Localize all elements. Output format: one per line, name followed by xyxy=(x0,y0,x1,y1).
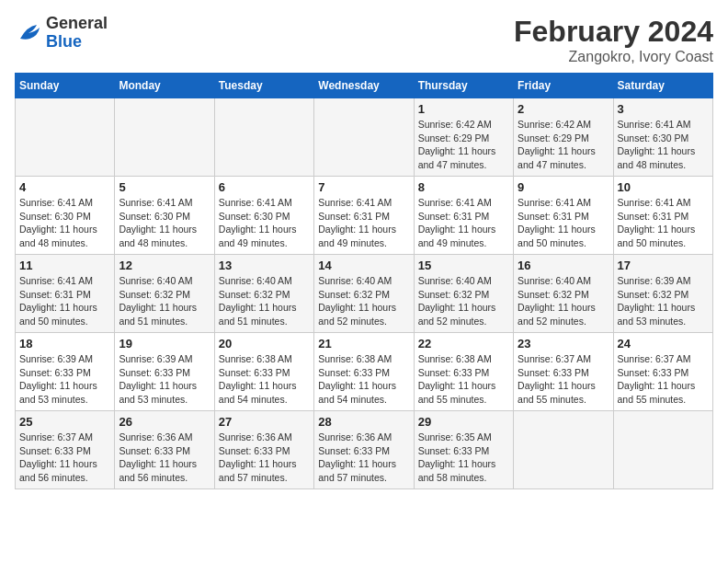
calendar-cell: 11Sunrise: 6:41 AM Sunset: 6:31 PM Dayli… xyxy=(16,255,115,333)
day-number: 9 xyxy=(518,180,609,194)
calendar-cell: 28Sunrise: 6:36 AM Sunset: 6:33 PM Dayli… xyxy=(314,411,414,489)
calendar-cell: 6Sunrise: 6:41 AM Sunset: 6:30 PM Daylig… xyxy=(214,177,313,255)
day-info: Sunrise: 6:35 AM Sunset: 6:33 PM Dayligh… xyxy=(418,431,509,485)
calendar-cell: 15Sunrise: 6:40 AM Sunset: 6:32 PM Dayli… xyxy=(414,255,513,333)
day-info: Sunrise: 6:38 AM Sunset: 6:33 PM Dayligh… xyxy=(418,352,509,407)
title-block: February 2024 Zangokro, Ivory Coast xyxy=(514,15,713,65)
day-number: 13 xyxy=(219,259,310,272)
day-number: 14 xyxy=(318,259,409,272)
calendar-cell: 17Sunrise: 6:39 AM Sunset: 6:32 PM Dayli… xyxy=(613,255,712,333)
day-number: 20 xyxy=(219,337,310,350)
day-info: Sunrise: 6:36 AM Sunset: 6:33 PM Dayligh… xyxy=(318,431,409,485)
day-number: 15 xyxy=(418,259,509,272)
calendar-cell: 19Sunrise: 6:39 AM Sunset: 6:33 PM Dayli… xyxy=(115,333,214,411)
day-number: 29 xyxy=(418,415,509,429)
day-info: Sunrise: 6:36 AM Sunset: 6:33 PM Dayligh… xyxy=(119,431,210,485)
logo-text: General Blue xyxy=(46,15,108,52)
calendar-cell xyxy=(115,98,214,177)
calendar-cell: 24Sunrise: 6:37 AM Sunset: 6:33 PM Dayli… xyxy=(613,333,712,411)
calendar-cell xyxy=(16,98,115,177)
day-number: 27 xyxy=(219,415,310,429)
calendar-cell: 1Sunrise: 6:42 AM Sunset: 6:29 PM Daylig… xyxy=(414,98,513,177)
calendar-cell: 13Sunrise: 6:40 AM Sunset: 6:32 PM Dayli… xyxy=(214,255,313,333)
day-number: 26 xyxy=(119,415,210,429)
day-number: 10 xyxy=(618,180,709,194)
day-info: Sunrise: 6:40 AM Sunset: 6:32 PM Dayligh… xyxy=(518,274,609,328)
calendar-week-1: 1Sunrise: 6:42 AM Sunset: 6:29 PM Daylig… xyxy=(16,98,713,177)
calendar-cell: 8Sunrise: 6:41 AM Sunset: 6:31 PM Daylig… xyxy=(414,177,513,255)
day-number: 25 xyxy=(19,415,110,429)
calendar-cell: 22Sunrise: 6:38 AM Sunset: 6:33 PM Dayli… xyxy=(414,333,513,411)
calendar-cell: 25Sunrise: 6:37 AM Sunset: 6:33 PM Dayli… xyxy=(16,411,115,489)
day-info: Sunrise: 6:39 AM Sunset: 6:32 PM Dayligh… xyxy=(618,274,709,328)
day-number: 11 xyxy=(19,259,110,272)
day-info: Sunrise: 6:42 AM Sunset: 6:29 PM Dayligh… xyxy=(518,118,609,172)
day-number: 1 xyxy=(418,102,509,116)
calendar-cell: 3Sunrise: 6:41 AM Sunset: 6:30 PM Daylig… xyxy=(613,98,712,177)
logo: General Blue xyxy=(15,15,108,52)
day-info: Sunrise: 6:41 AM Sunset: 6:31 PM Dayligh… xyxy=(318,196,409,250)
calendar-cell xyxy=(613,411,712,489)
calendar-table: SundayMondayTuesdayWednesdayThursdayFrid… xyxy=(15,73,713,489)
day-info: Sunrise: 6:36 AM Sunset: 6:33 PM Dayligh… xyxy=(219,431,310,485)
day-number: 22 xyxy=(418,337,509,350)
page-title: February 2024 xyxy=(514,15,713,49)
calendar-cell: 10Sunrise: 6:41 AM Sunset: 6:31 PM Dayli… xyxy=(613,177,712,255)
day-info: Sunrise: 6:38 AM Sunset: 6:33 PM Dayligh… xyxy=(219,352,310,407)
day-info: Sunrise: 6:42 AM Sunset: 6:29 PM Dayligh… xyxy=(418,118,509,172)
col-header-saturday: Saturday xyxy=(613,74,712,98)
calendar-week-4: 18Sunrise: 6:39 AM Sunset: 6:33 PM Dayli… xyxy=(16,333,713,411)
day-number: 3 xyxy=(618,102,709,116)
day-info: Sunrise: 6:40 AM Sunset: 6:32 PM Dayligh… xyxy=(119,274,210,328)
calendar-week-3: 11Sunrise: 6:41 AM Sunset: 6:31 PM Dayli… xyxy=(16,255,713,333)
day-number: 16 xyxy=(518,259,609,272)
calendar-cell: 4Sunrise: 6:41 AM Sunset: 6:30 PM Daylig… xyxy=(16,177,115,255)
day-info: Sunrise: 6:41 AM Sunset: 6:31 PM Dayligh… xyxy=(618,196,709,250)
calendar-cell: 9Sunrise: 6:41 AM Sunset: 6:31 PM Daylig… xyxy=(514,177,613,255)
day-info: Sunrise: 6:41 AM Sunset: 6:31 PM Dayligh… xyxy=(418,196,509,250)
calendar-cell: 29Sunrise: 6:35 AM Sunset: 6:33 PM Dayli… xyxy=(414,411,513,489)
day-number: 12 xyxy=(119,259,210,272)
day-info: Sunrise: 6:41 AM Sunset: 6:30 PM Dayligh… xyxy=(618,118,709,172)
calendar-cell: 23Sunrise: 6:37 AM Sunset: 6:33 PM Dayli… xyxy=(514,333,613,411)
day-info: Sunrise: 6:40 AM Sunset: 6:32 PM Dayligh… xyxy=(318,274,409,328)
calendar-cell: 18Sunrise: 6:39 AM Sunset: 6:33 PM Dayli… xyxy=(16,333,115,411)
day-number: 5 xyxy=(119,180,210,194)
calendar-cell: 14Sunrise: 6:40 AM Sunset: 6:32 PM Dayli… xyxy=(314,255,414,333)
day-number: 6 xyxy=(219,180,310,194)
day-info: Sunrise: 6:41 AM Sunset: 6:30 PM Dayligh… xyxy=(19,196,110,250)
day-info: Sunrise: 6:39 AM Sunset: 6:33 PM Dayligh… xyxy=(19,352,110,407)
calendar-cell: 20Sunrise: 6:38 AM Sunset: 6:33 PM Dayli… xyxy=(214,333,313,411)
calendar-header-row: SundayMondayTuesdayWednesdayThursdayFrid… xyxy=(16,74,713,98)
day-info: Sunrise: 6:41 AM Sunset: 6:31 PM Dayligh… xyxy=(518,196,609,250)
day-info: Sunrise: 6:39 AM Sunset: 6:33 PM Dayligh… xyxy=(119,352,210,407)
day-info: Sunrise: 6:40 AM Sunset: 6:32 PM Dayligh… xyxy=(418,274,509,328)
day-info: Sunrise: 6:41 AM Sunset: 6:30 PM Dayligh… xyxy=(219,196,310,250)
day-number: 21 xyxy=(318,337,409,350)
page-subtitle: Zangokro, Ivory Coast xyxy=(514,49,713,65)
calendar-cell xyxy=(214,98,313,177)
day-number: 7 xyxy=(318,180,409,194)
calendar-cell: 5Sunrise: 6:41 AM Sunset: 6:30 PM Daylig… xyxy=(115,177,214,255)
calendar-cell: 16Sunrise: 6:40 AM Sunset: 6:32 PM Dayli… xyxy=(514,255,613,333)
day-info: Sunrise: 6:41 AM Sunset: 6:30 PM Dayligh… xyxy=(119,196,210,250)
col-header-sunday: Sunday xyxy=(16,74,115,98)
calendar-cell: 26Sunrise: 6:36 AM Sunset: 6:33 PM Dayli… xyxy=(115,411,214,489)
day-number: 2 xyxy=(518,102,609,116)
day-number: 8 xyxy=(418,180,509,194)
page-header: General Blue February 2024 Zangokro, Ivo… xyxy=(15,15,713,65)
day-number: 4 xyxy=(19,180,110,194)
calendar-cell: 27Sunrise: 6:36 AM Sunset: 6:33 PM Dayli… xyxy=(214,411,313,489)
col-header-friday: Friday xyxy=(514,74,613,98)
day-number: 24 xyxy=(618,337,709,350)
day-number: 28 xyxy=(318,415,409,429)
col-header-monday: Monday xyxy=(115,74,214,98)
day-number: 18 xyxy=(19,337,110,350)
calendar-cell xyxy=(314,98,414,177)
day-info: Sunrise: 6:38 AM Sunset: 6:33 PM Dayligh… xyxy=(318,352,409,407)
day-number: 23 xyxy=(518,337,609,350)
day-info: Sunrise: 6:37 AM Sunset: 6:33 PM Dayligh… xyxy=(518,352,609,407)
logo-icon xyxy=(15,19,42,47)
calendar-week-5: 25Sunrise: 6:37 AM Sunset: 6:33 PM Dayli… xyxy=(16,411,713,489)
day-info: Sunrise: 6:40 AM Sunset: 6:32 PM Dayligh… xyxy=(219,274,310,328)
